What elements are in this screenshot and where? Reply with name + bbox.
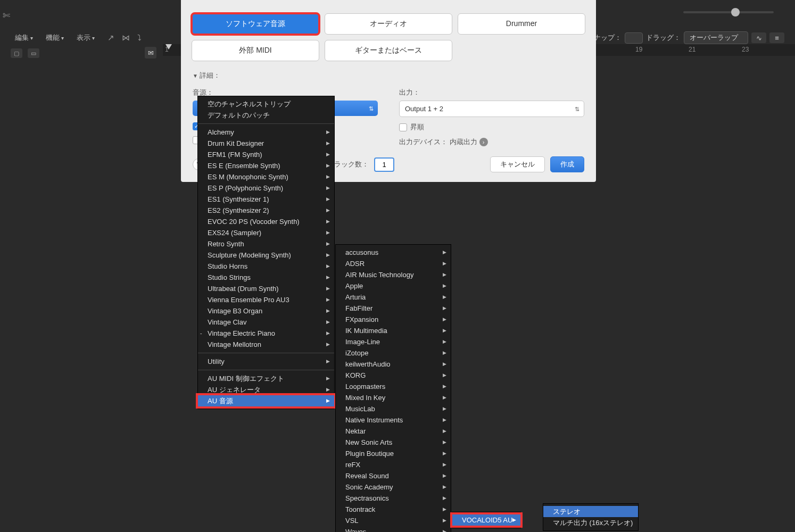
plugin-menu: VOCALOID5 AU xyxy=(452,512,521,528)
mi-drumkit[interactable]: Drum Kit Designer xyxy=(198,138,334,149)
manufacturer-menu: accusonus ADSR AIR Music Technology Appl… xyxy=(335,244,451,532)
scissors-icon: ✄ xyxy=(3,10,10,21)
create-button[interactable]: 作成 xyxy=(550,156,584,172)
mi-clav[interactable]: Vintage Clav xyxy=(198,317,334,328)
function-menu[interactable]: 機能▾ xyxy=(42,32,68,44)
mi-nektar[interactable]: Nektar xyxy=(336,426,451,437)
automation-icon[interactable]: ↗ xyxy=(107,33,114,43)
flex-icon[interactable]: ⋈ xyxy=(122,33,130,43)
seg-software-instrument[interactable]: ソフトウェア音源 xyxy=(192,13,319,35)
drag-label: ドラッグ： xyxy=(646,33,681,43)
output-device-go-icon[interactable]: › xyxy=(479,138,488,146)
mi-keilwerth[interactable]: keilwerthAudio xyxy=(336,359,451,370)
detail-disclosure[interactable]: ▼詳細： xyxy=(181,66,596,80)
mi-sonicacademy[interactable]: Sonic Academy xyxy=(336,481,451,493)
mi-fabfilter[interactable]: FabFilter xyxy=(336,303,451,314)
seg-external-midi[interactable]: 外部 MIDI xyxy=(192,40,319,61)
mi-es2[interactable]: ES2 (Synthesizer 2) xyxy=(198,205,334,216)
mi-air[interactable]: AIR Music Technology xyxy=(336,269,451,280)
output-select[interactable]: Output 1 + 2⇅ xyxy=(399,101,584,117)
mi-arturia[interactable]: Arturia xyxy=(336,292,451,303)
mi-default-patch[interactable]: デフォルトのパッチ xyxy=(198,110,334,121)
mi-loopmasters[interactable]: Loopmasters xyxy=(336,381,451,392)
ruler-tick: 19 xyxy=(635,46,642,53)
mi-efm1[interactable]: EFM1 (FM Synth) xyxy=(198,149,334,160)
region-toggle[interactable]: ▭ xyxy=(28,48,39,58)
mi-newsonic[interactable]: New Sonic Arts xyxy=(336,437,451,448)
mi-esp[interactable]: ES P (Polyphonic Synth) xyxy=(198,182,334,194)
track-count-input[interactable] xyxy=(374,157,394,172)
mi-horns[interactable]: Studio Horns xyxy=(198,261,334,272)
mi-vocaloid5[interactable]: VOCALOID5 AU xyxy=(452,514,520,526)
snap-select[interactable] xyxy=(625,32,643,44)
output-type-menu: ステレオ マルチ出力 (16xステレオ) xyxy=(543,503,639,531)
mi-evoc[interactable]: EVOC 20 PS (Vocoder Synth) xyxy=(198,216,334,227)
mi-retro[interactable]: Retro Synth xyxy=(198,238,334,250)
svg-marker-0 xyxy=(165,44,172,49)
mi-open-channel[interactable]: 空のチャンネルストリップ xyxy=(198,98,334,110)
mi-ni[interactable]: Native Instruments xyxy=(336,414,451,426)
zoom-slider[interactable] xyxy=(683,8,774,16)
mi-accusonus[interactable]: accusonus xyxy=(336,247,451,258)
ruler-tick: 23 xyxy=(742,46,749,53)
mi-sculpture[interactable]: Sculpture (Modeling Synth) xyxy=(198,250,334,261)
waveform-icon[interactable]: ∿ xyxy=(751,32,766,43)
edit-menu[interactable]: 編集▾ xyxy=(11,32,37,44)
mi-stereo[interactable]: ステレオ xyxy=(543,506,638,517)
display-menu[interactable]: 表示▾ xyxy=(72,32,99,44)
mi-imageline[interactable]: Image-Line xyxy=(336,336,451,347)
mi-mixedinkey[interactable]: Mixed In Key xyxy=(336,392,451,403)
mi-utility[interactable]: Utility xyxy=(198,356,334,367)
output-device-value: 内蔵出力 xyxy=(450,138,477,146)
seg-audio[interactable]: オーディオ xyxy=(325,13,452,35)
mail-icon[interactable]: ✉ xyxy=(145,47,156,59)
instrument-menu: 空のチャンネルストリップ デフォルトのパッチ Alchemy Drum Kit … xyxy=(197,96,335,409)
mi-apple[interactable]: Apple xyxy=(336,280,451,292)
mi-au-gen[interactable]: AU ジェネレータ xyxy=(198,384,334,395)
ruler-tick: 21 xyxy=(689,46,695,53)
mi-exs24[interactable]: EXS24 (Sampler) xyxy=(198,227,334,238)
mi-vep[interactable]: -Vintage Electric Piano xyxy=(198,328,334,339)
mi-au-instrument[interactable]: AU 音源 xyxy=(198,395,334,406)
mi-vienna[interactable]: Vienna Ensemble Pro AU3 xyxy=(198,294,334,305)
mi-ultrabeat[interactable]: Ultrabeat (Drum Synth) xyxy=(198,283,334,294)
mi-au-midi[interactable]: AU MIDI 制御エフェクト xyxy=(198,373,334,384)
playhead-icon[interactable] xyxy=(165,44,172,51)
mi-b3[interactable]: Vintage B3 Organ xyxy=(198,305,334,317)
seg-guitar-bass[interactable]: ギターまたはベース xyxy=(325,40,452,61)
ascending-checkbox[interactable] xyxy=(399,123,407,131)
catch-icon[interactable]: ⤵︎ xyxy=(137,33,142,43)
mi-vsl[interactable]: VSL xyxy=(336,515,451,526)
mi-esm[interactable]: ES M (Monophonic Synth) xyxy=(198,171,334,182)
mi-fxpansion[interactable]: FXpansion xyxy=(336,314,451,325)
mi-musiclab[interactable]: MusicLab xyxy=(336,403,451,414)
mi-waves[interactable]: Waves xyxy=(336,526,451,532)
ascending-label: 昇順 xyxy=(410,122,424,132)
marker-toggle[interactable]: ▢ xyxy=(11,48,22,58)
mi-strings[interactable]: Studio Strings xyxy=(198,272,334,283)
output-device-label: 出力デバイス： xyxy=(399,138,448,146)
mi-izotope[interactable]: iZotope xyxy=(336,347,451,359)
mi-korg[interactable]: KORG xyxy=(336,370,451,381)
mi-revealsound[interactable]: Reveal Sound xyxy=(336,470,451,481)
mi-toontrack[interactable]: Toontrack xyxy=(336,504,451,515)
seg-drummer[interactable]: Drummer xyxy=(458,13,585,35)
mi-adsr[interactable]: ADSR xyxy=(336,258,451,269)
cancel-button[interactable]: キャンセル xyxy=(490,156,545,172)
mi-ese[interactable]: ES E (Ensemble Synth) xyxy=(198,160,334,171)
mi-multi[interactable]: マルチ出力 (16xステレオ) xyxy=(543,517,638,528)
mi-ik[interactable]: IK Multimedia xyxy=(336,325,451,336)
mi-alchemy[interactable]: Alchemy xyxy=(198,127,334,138)
mi-mellotron[interactable]: Vintage Mellotron xyxy=(198,339,334,350)
mi-refx[interactable]: reFX xyxy=(336,459,451,470)
mi-es1[interactable]: ES1 (Synthesizer 1) xyxy=(198,194,334,205)
scale-icon[interactable]: ≡ xyxy=(769,32,784,43)
drag-select[interactable]: オーバーラップ xyxy=(684,31,748,44)
mi-pluginboutique[interactable]: Plugin Boutique xyxy=(336,448,451,459)
mi-spectrasonics[interactable]: Spectrasonics xyxy=(336,493,451,504)
output-label: 出力： xyxy=(399,88,584,97)
